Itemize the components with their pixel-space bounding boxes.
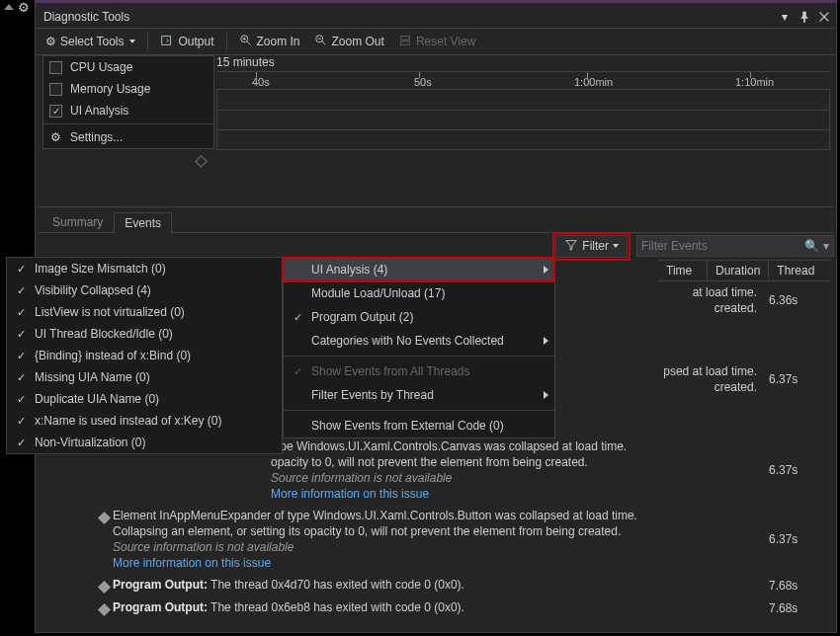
checkbox-icon: [49, 83, 62, 96]
timeline-ruler[interactable]: 40s 50s 1:00min 1:10min: [216, 71, 830, 89]
submenu-item[interactable]: ✓ListView is not virtualized (0): [7, 301, 282, 323]
check-icon: ✓: [13, 371, 29, 384]
check-icon: ✓: [13, 393, 29, 406]
chevron-right-icon: [544, 266, 548, 274]
column-time[interactable]: Time: [658, 261, 708, 280]
event-time: 7.68s: [761, 577, 830, 594]
window-title: Diagnostic Tools: [40, 10, 773, 24]
column-duration[interactable]: Duration: [708, 261, 769, 280]
check-icon: ✓: [290, 365, 305, 378]
check-icon: ✓: [13, 328, 29, 341]
session-label: 15 minutes: [216, 55, 830, 71]
chevron-down-icon: [129, 40, 135, 43]
close-icon[interactable]: [816, 9, 832, 25]
search-input[interactable]: [641, 239, 800, 253]
checkbox-icon: [49, 61, 62, 74]
event-row[interactable]: Element InAppMenuExpander of type Window…: [95, 505, 830, 574]
submenu-item[interactable]: ✓Duplicate UIA Name (0): [7, 388, 282, 410]
menu-item-cpu-usage[interactable]: CPU Usage: [43, 56, 213, 78]
event-row[interactable]: Program Output: The thread 0x6eb8 has ex…: [95, 596, 830, 619]
reset-view-button[interactable]: Reset View: [392, 32, 481, 52]
svg-rect-4: [401, 40, 410, 44]
gear-icon: ⚙: [49, 130, 62, 144]
filter-item-all-threads: ✓ Show Events from All Threads: [284, 359, 554, 383]
source-info: Source information is not available: [113, 539, 761, 555]
events-table-header: Time Duration Thread: [658, 260, 830, 281]
check-icon: ✓: [13, 350, 29, 362]
diamond-icon: [98, 581, 111, 594]
submenu-item[interactable]: ✓Visibility Collapsed (4): [7, 279, 282, 301]
event-time: 7.68s: [761, 599, 830, 616]
filter-item-external-code[interactable]: Show Events from External Code (0): [284, 414, 554, 437]
more-info-link[interactable]: More information on this issue: [113, 555, 761, 571]
toolbar: ⚙ Select Tools Output Zoom In Zoom Out: [36, 28, 836, 55]
event-time: 6.37s: [761, 508, 830, 571]
pin-icon[interactable]: [797, 9, 812, 25]
filter-item-by-thread[interactable]: Filter Events by Thread: [284, 383, 554, 407]
search-icon[interactable]: 🔍: [804, 239, 819, 253]
tab-events[interactable]: Events: [114, 212, 172, 234]
event-row[interactable]: Program Output: The thread 0x4d70 has ex…: [95, 574, 830, 596]
zoom-out-icon: [314, 34, 328, 50]
filter-item-ui-analysis[interactable]: UI Analysis (4): [284, 258, 554, 281]
diamond-icon: [98, 603, 111, 616]
tabs: Summary Events: [38, 206, 834, 233]
event-time: 6.37s: [761, 363, 830, 395]
tab-summary[interactable]: Summary: [42, 211, 114, 233]
zoom-in-icon: [239, 34, 253, 50]
more-info-link[interactable]: More information on this issue: [271, 486, 761, 502]
event-time: 6.37s: [761, 438, 830, 502]
filter-item-program-output[interactable]: ✓ Program Output (2): [284, 305, 554, 329]
filter-events-search[interactable]: 🔍 ▾: [636, 235, 834, 257]
select-tools-button[interactable]: ⚙ Select Tools: [40, 33, 141, 50]
check-icon: ✓: [13, 284, 29, 297]
filter-menu: UI Analysis (4) Module Load/Unload (17) …: [283, 257, 555, 438]
filter-icon: [564, 238, 578, 255]
output-icon: [160, 34, 174, 50]
submenu-item[interactable]: ✓Image Size Mismatch (0): [7, 258, 282, 279]
filter-button[interactable]: Filter: [555, 235, 628, 258]
submenu-item[interactable]: ✓UI Thread Blocked/Idle (0): [7, 323, 282, 345]
submenu-item[interactable]: ✓Non-Virtualization (0): [7, 432, 282, 453]
output-button[interactable]: Output: [154, 32, 219, 52]
gear-icon: ⚙: [45, 35, 56, 48]
diamond-icon: [195, 155, 208, 168]
event-time: 6.36s: [761, 284, 830, 316]
menu-item-ui-analysis[interactable]: ✓ UI Analysis: [43, 100, 213, 121]
collapse-indicator-icon: [4, 4, 14, 10]
menu-item-memory-usage[interactable]: Memory Usage: [43, 78, 213, 100]
gear-icon[interactable]: ⚙: [18, 0, 30, 15]
chevron-down-icon: [613, 244, 619, 248]
submenu-item[interactable]: ✓x:Name is used instead of x:Key (0): [7, 410, 282, 432]
column-thread[interactable]: Thread: [769, 261, 830, 280]
chevron-down-icon[interactable]: ▾: [823, 239, 829, 253]
menu-item-settings[interactable]: ⚙ Settings...: [43, 126, 213, 148]
submenu-item[interactable]: ✓Missing UIA Name (0): [7, 366, 282, 388]
window-menu-icon[interactable]: ▾: [777, 9, 793, 25]
check-icon: ✓: [13, 306, 29, 319]
check-icon: ✓: [13, 263, 29, 276]
filter-item-module-load[interactable]: Module Load/Unload (17): [284, 281, 554, 305]
check-icon: ✓: [13, 415, 29, 428]
timeline: 15 minutes 40s 50s 1:00min 1:10min: [216, 55, 830, 170]
check-icon: ✓: [13, 437, 29, 449]
filter-button-highlight: Filter: [552, 232, 630, 261]
source-info: Source information is not available: [271, 470, 761, 486]
filter-item-no-events[interactable]: Categories with No Events Collected: [284, 329, 554, 353]
chevron-right-icon: [544, 391, 548, 399]
chevron-right-icon: [544, 337, 548, 345]
submenu-item[interactable]: ✓{Binding} instead of x:Bind (0): [7, 345, 282, 366]
zoom-out-button[interactable]: Zoom Out: [308, 32, 390, 52]
select-tools-dropdown: CPU Usage Memory Usage ✓ UI Analysis ⚙ S…: [42, 55, 214, 149]
ui-analysis-submenu: ✓Image Size Mismatch (0) ✓Visibility Col…: [6, 257, 283, 454]
check-icon: ✓: [290, 311, 305, 324]
zoom-in-button[interactable]: Zoom In: [233, 32, 306, 52]
svg-rect-3: [401, 36, 410, 40]
diamond-icon: [98, 512, 111, 524]
reset-view-icon: [398, 34, 412, 50]
checkbox-checked-icon: ✓: [49, 105, 62, 118]
